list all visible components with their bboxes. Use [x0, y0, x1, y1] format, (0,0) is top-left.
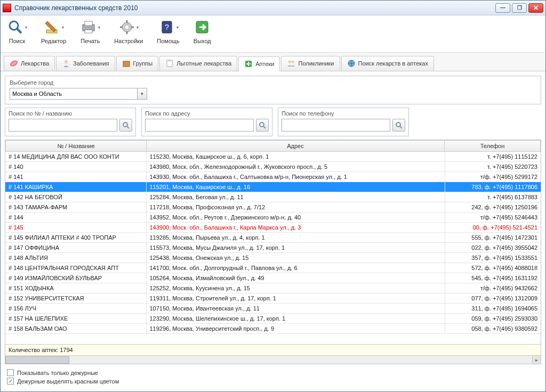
svg-text:?: ?: [165, 23, 169, 31]
tab-benefits[interactable]: Льготные лекарства: [159, 56, 237, 71]
cell-phone: т. +7(495) 1115122: [445, 152, 541, 162]
tab-clinics[interactable]: Поликлиники: [281, 56, 340, 71]
toolbar-exit[interactable]: Выход: [194, 19, 211, 44]
svg-point-23: [292, 61, 294, 63]
table-row[interactable]: # 158 БАЛЬЗАМ ОАО119296, Москва, Универс…: [5, 324, 541, 334]
column-header-address[interactable]: Адрес: [147, 141, 445, 152]
svg-point-29: [396, 123, 400, 127]
search-icon: [395, 121, 403, 129]
pharmacy-table: № / Название Адрес Телефон # 14 МЕДИЦИНА…: [5, 140, 541, 364]
cell-name: # 145: [5, 223, 146, 233]
search-by-phone-button[interactable]: [392, 119, 405, 132]
close-button[interactable]: ✕: [528, 3, 543, 13]
column-header-phone[interactable]: Телефон: [445, 141, 541, 152]
tab-groups[interactable]: Группы: [116, 56, 159, 71]
table-row[interactable]: # 152 УНИВЕРСИТЕТСКАЯ119311, Москва, Стр…: [5, 293, 541, 304]
table-row[interactable]: # 14 МЕДИЦИНА ДЛЯ ВАС ООО КОНТИ115230, М…: [5, 152, 541, 162]
title-bar: Справочник лекарственных средств 2010 — …: [1, 1, 545, 15]
table-row[interactable]: # 142 НА БЕГОВОЙ125284, Москва, Беговая …: [5, 192, 541, 202]
toolbar-print[interactable]: ▾ Печать: [80, 19, 100, 44]
search-icon: [7, 19, 24, 36]
tab-pharmacy-search[interactable]: Поиск лекарств в аптеках: [341, 56, 434, 71]
toolbar-editor[interactable]: ▾ Редактор: [41, 19, 66, 44]
table-row[interactable]: # 145143900, Моск. обл., Балашиха г., Ка…: [5, 223, 541, 233]
table-row[interactable]: # 157 НА ШЕЛЕПИХЕ123290, Москва, Шелепих…: [5, 314, 541, 324]
checkbox-duty-only[interactable]: [7, 369, 14, 376]
table-row[interactable]: # 145 ФИЛИАЛ АПТЕКИ # 400 ТРОПАР119285, …: [5, 233, 541, 243]
cell-phone: 022, ф. +7(495) 3955042: [445, 243, 541, 253]
table-row[interactable]: # 151 ХОДЫНКА125252, Москва, Куусинена у…: [5, 283, 541, 293]
table-row[interactable]: # 149 ИЗМАЙЛОВСКИЙ БУЛЬВАР105264, Москва…: [5, 273, 541, 283]
edit-icon: [44, 19, 61, 36]
tab-label: Группы: [133, 60, 153, 67]
dropdown-caret-icon: ▾: [25, 25, 27, 30]
search-by-name-input[interactable]: [9, 119, 117, 132]
search-by-name-button[interactable]: [119, 119, 132, 132]
column-header-name[interactable]: № / Название: [6, 141, 147, 152]
city-combo[interactable]: [10, 88, 138, 100]
clipboard-icon: [165, 59, 174, 68]
cell-address: 141700, Моск. обл., Долгопрудный г., Пав…: [146, 263, 445, 273]
scroll-right-icon[interactable]: ▸: [532, 356, 541, 364]
table-row[interactable]: # 147 ОФФИЦИНА115573, Москва, Мусы Джали…: [5, 243, 541, 253]
svg-rect-18: [123, 61, 130, 67]
cell-name: # 142 НА БЕГОВОЙ: [5, 192, 146, 202]
tab-medicines[interactable]: Лекарства: [4, 56, 55, 71]
table-row[interactable]: # 141143930, Моск. обл., Балашиха г., Са…: [5, 172, 541, 182]
search-by-address-button[interactable]: [256, 119, 269, 132]
toolbar-help[interactable]: ? ▾ Помощь: [157, 19, 180, 44]
cell-address: 125252, Москва, Куусинена ул., д. 15: [146, 283, 445, 293]
cell-name: # 152 УНИВЕРСИТЕТСКАЯ: [5, 293, 146, 304]
horizontal-scrollbar[interactable]: ▸: [5, 355, 541, 364]
cell-address: 119311, Москва, Строителей ул., д. 17, к…: [146, 293, 445, 304]
table-row[interactable]: # 140143980, Моск. обл., Железнодорожный…: [5, 162, 541, 172]
search-by-phone-input[interactable]: [282, 119, 390, 132]
search-label: Поиск по адресу: [145, 110, 269, 117]
cell-name: # 145 ФИЛИАЛ АПТЕКИ # 400 ТРОПАР: [5, 233, 146, 243]
checkbox-duty-red[interactable]: ✓: [7, 378, 14, 385]
table-row[interactable]: # 148 ЦЕНТРАЛЬНАЯ ГОРОДСКАЯ АПТ141700, М…: [5, 263, 541, 273]
combo-caret-icon[interactable]: ▾: [138, 88, 147, 100]
print-icon: [80, 19, 97, 36]
cell-name: # 148 ЦЕНТРАЛЬНАЯ ГОРОДСКАЯ АПТ: [5, 263, 146, 273]
tab-label: Лекарства: [21, 60, 49, 67]
cell-address: 143952, Моск. обл., Реутов г., Дзержинск…: [146, 213, 445, 223]
scroll-thumb[interactable]: [5, 356, 69, 364]
table-row[interactable]: # 144143952, Моск. обл., Реутов г., Дзер…: [5, 213, 541, 223]
cell-name: # 158 БАЛЬЗАМ ОАО: [5, 324, 146, 334]
search-label: Поиск по № / названию: [9, 110, 132, 117]
cell-phone: 545, ф. +7(495) 1631192: [445, 273, 541, 283]
table-row[interactable]: # 143 ТАМАРА-ФАРМ117218, Москва, Профсою…: [5, 202, 541, 213]
toolbar-settings[interactable]: ▾ Настройки: [114, 19, 143, 44]
city-panel: Выберите город ▾: [5, 76, 541, 104]
toolbar-label: Редактор: [41, 38, 66, 44]
plus-icon: [244, 60, 253, 68]
svg-point-17: [65, 60, 68, 63]
table-row[interactable]: # 141 КАШИРКА115201, Москва, Каширское ш…: [5, 182, 541, 192]
cell-name: # 156 ЛУЧ: [5, 304, 146, 314]
cell-phone: т/ф. +7(495) 9432662: [445, 283, 541, 293]
table-row[interactable]: # 156 ЛУЧ107150, Москва, Ивантеевская ул…: [5, 304, 541, 314]
toolbar-search[interactable]: ▾ Поиск: [7, 19, 27, 44]
table-row[interactable]: # 148 АЛЬТИЯ125438, Москва, Онежская ул.…: [5, 253, 541, 263]
search-icon: [259, 121, 266, 129]
maximize-button[interactable]: ❐: [512, 3, 527, 13]
people-icon: [287, 59, 295, 68]
cell-phone: т. +7(495) 5220723: [445, 162, 541, 172]
globe-icon: [347, 59, 356, 68]
search-label: Поиск по телефону: [282, 110, 405, 117]
cell-name: # 157 НА ШЕЛЕПИХЕ: [5, 314, 146, 324]
svg-rect-20: [168, 60, 171, 61]
cell-address: 125438, Москва, Онежская ул., д. 15: [146, 253, 445, 263]
svg-line-28: [263, 126, 266, 128]
cell-name: # 147 ОФФИЦИНА: [5, 243, 146, 253]
cell-address: 143930, Моск. обл., Балашиха г., Салтыко…: [146, 172, 445, 182]
minimize-button[interactable]: —: [495, 3, 510, 13]
cell-address: 119285, Москва, Пырьева ул., д. 4, корп.…: [146, 233, 445, 243]
city-label: Выберите город: [10, 79, 536, 86]
tab-pharmacies[interactable]: Аптеки: [238, 56, 280, 71]
checkbox-label: Показывать только дежурные: [17, 370, 98, 376]
tab-diseases[interactable]: Заболевания: [56, 56, 115, 71]
search-by-address-input[interactable]: [145, 119, 254, 132]
svg-line-30: [400, 126, 402, 128]
